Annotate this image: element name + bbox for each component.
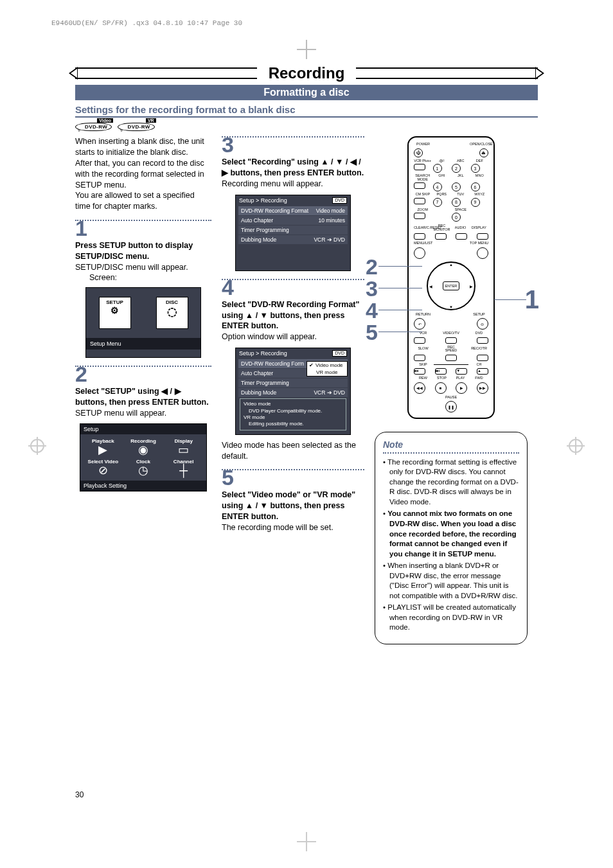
recotr-button [477, 355, 488, 361]
callout-1: 1 [525, 285, 539, 314]
num-2: 2 [452, 164, 461, 173]
chevron-left-icon [69, 67, 78, 80]
remote-illustration: POWEROPEN/CLOSE ⏻⏏ VCR Plus+.@/:ABCDEF 1… [375, 136, 528, 419]
step-3-heading: Select "Recording" using ▲ / ▼ / ◀ / ▶ b… [222, 157, 364, 179]
skip-fwd-button: ⏭ [435, 368, 447, 375]
page-title: Recording [257, 64, 357, 82]
intro-p2: After that, you can record to the disc w… [75, 158, 211, 191]
up-arrow-icon: ▲ [449, 263, 453, 267]
num-4: 4 [433, 182, 442, 191]
recspeed-button [445, 355, 457, 361]
stop-button: ■ [435, 382, 447, 394]
step-4-text: Option window will appear. [222, 332, 364, 342]
chevron-right-icon [535, 67, 544, 80]
ch-down-button: ▼ [456, 368, 467, 375]
note-item: You cannot mix two formats on one DVD-RW… [383, 509, 519, 559]
callout-line [494, 299, 526, 300]
osd-setup-disc: SETUP ⚙ DISC ◌ Setup Menu [85, 287, 201, 358]
search-button [414, 182, 425, 189]
step-2-text: SETUP menu will appear. [75, 408, 211, 419]
badge-vr: ◗ DVD-RW VR [118, 123, 154, 131]
step-2-number: 2 [75, 363, 211, 385]
intro-p3: You are allowed to set a specified time … [75, 190, 211, 212]
num-3: 3 [471, 164, 480, 173]
osd-cell-recording: Recording◉ [123, 437, 164, 457]
step-5-text: The recording mode will be set. [222, 522, 364, 533]
clear-button [414, 233, 425, 240]
play-button: ▶ [456, 382, 467, 394]
osd-disc-tile: DISC ◌ [156, 297, 188, 329]
recmon-button [435, 233, 447, 240]
badge-video: ◗ DVD-RW Video [75, 123, 112, 131]
step-1-screen-label: Screen: [89, 273, 211, 282]
intro-p1: When inserting a blank disc, the unit st… [75, 136, 211, 158]
crop-mark-top [299, 42, 314, 57]
skip-back-button: ⏮ [414, 368, 425, 375]
osd-footer: Setup Menu [86, 338, 200, 350]
nav-pad: ▲ ▼ ◀ ▶ ENTER [427, 261, 475, 310]
callout-5: 5 [366, 320, 378, 345]
page-title-banner: Recording [75, 64, 538, 82]
step-5-number: 5 [222, 466, 364, 488]
callout-line [378, 288, 422, 288]
step-4-below: Video mode has been selected as the defa… [222, 440, 364, 462]
crop-mark-bottom [299, 835, 314, 849]
return-button: ↶ [414, 318, 425, 330]
note-heading: Note [383, 439, 519, 451]
setup-button: ⊜ [477, 318, 488, 330]
osd-recording-menu: Setup > RecordingDVD DVD-RW Recording Fo… [235, 195, 351, 271]
step-1-text: SETUP/DISC menu will appear. [75, 262, 211, 273]
videotv-button [445, 337, 457, 344]
num-1: 1 [433, 164, 442, 173]
callout-line [378, 266, 422, 267]
step-4-heading: Select "DVD-RW Recording Format" using ▲… [222, 299, 364, 332]
down-arrow-icon: ▼ [449, 305, 453, 309]
menulist-button [414, 247, 425, 259]
num-8: 8 [452, 198, 461, 207]
num-6: 6 [471, 182, 480, 191]
step-2-heading: Select "SETUP" using ◀ / ▶ buttons, then… [75, 386, 211, 408]
vcrplus-button [414, 164, 425, 170]
note-item: When inserting a blank DVD+R or DVD+RW d… [383, 561, 519, 601]
osd-popup: ✔Video mode VR mode [306, 361, 348, 376]
step-3-number: 3 [222, 134, 364, 155]
disc-badges: ◗ DVD-RW Video ◗ DVD-RW VR [75, 121, 538, 131]
topmenu-button [477, 247, 488, 259]
left-arrow-icon: ◀ [429, 283, 432, 288]
cmskip-button [414, 198, 425, 204]
note-item: The recording format setting is effectiv… [383, 457, 519, 508]
note-item: PLAYLIST will be created automatically w… [383, 603, 519, 633]
eject-icon: ⏏ [479, 148, 488, 157]
crop-mark-right [567, 437, 585, 455]
osd-setup-tile: SETUP ⚙ [99, 297, 131, 329]
ch-up-button: ▲ [477, 368, 488, 375]
rew-button: ◀◀ [414, 382, 425, 394]
num-0: 0 [452, 213, 461, 222]
power-icon: ⏻ [414, 148, 423, 157]
dvd-button [477, 337, 488, 344]
section-heading: Formatting a disc [75, 85, 538, 100]
enter-button: ENTER [443, 281, 459, 290]
vcr-button [414, 337, 425, 344]
osd-cell-playback: Playback▶ [83, 437, 123, 457]
osd-cell-clock: Clock◷ [123, 457, 164, 478]
step-1-heading: Press SETUP button to display SETUP/DISC… [75, 240, 211, 262]
step-1-number: 1 [75, 217, 211, 239]
osd-setup-menu: Setup Playback▶ Recording◉ Display▭ Sele… [80, 423, 207, 492]
num-9: 9 [471, 198, 480, 207]
zoom-button [414, 213, 425, 219]
fwd-button: ▶▶ [477, 382, 488, 394]
note-box: Note The recording format setting is eff… [375, 432, 528, 644]
crop-mark-left [28, 437, 46, 455]
step-3-text: Recording menu will appear. [222, 179, 364, 190]
osd-info-box: Video mode DVD Player Compatibility mode… [240, 398, 346, 430]
display-button [477, 233, 488, 240]
print-header: E9460UD(EN/ SP/FR) .qx3 04.8.10 10:47 Pa… [51, 19, 242, 27]
audio-button [456, 233, 467, 240]
callout-line [378, 332, 422, 332]
step-5-heading: Select "Video mode" or "VR mode" using ▲… [222, 490, 364, 522]
callout-line [378, 310, 422, 310]
pause-button: ❚❚ [445, 401, 457, 412]
num-5: 5 [452, 182, 461, 191]
num-7: 7 [433, 198, 442, 207]
